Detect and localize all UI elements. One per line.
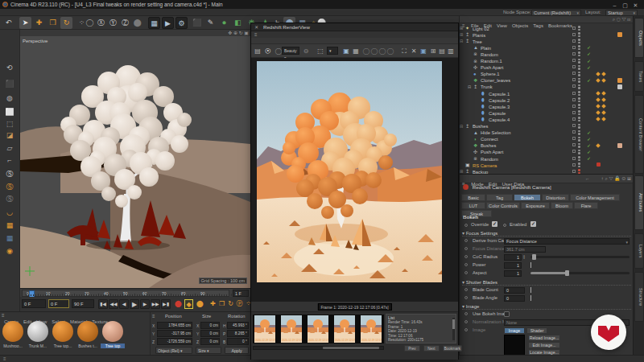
rv-expand-icon[interactable]: ⛶ — [399, 46, 409, 56]
magnet-snap-icon[interactable]: ◡ — [2, 207, 17, 219]
viewport-nav-icons[interactable]: ✥ ⊕ ↻ ▣ — [228, 30, 249, 36]
group-focus-settings[interactable]: ▾ Focus Settings — [462, 230, 631, 237]
points-mode-icon[interactable]: ⬚ — [2, 118, 17, 130]
group-image[interactable]: ▾ Image — [462, 303, 631, 310]
am-toolbar-icons[interactable]: ↑ ⌕ ▽ 🔒 ⊙ ⊞ — [601, 176, 631, 181]
keyframe-scale-icon[interactable]: ❒ — [217, 299, 226, 309]
z-axis-lock-icon[interactable]: Ⓩ — [119, 17, 131, 29]
enabled-checkbox[interactable]: ✓ — [530, 221, 536, 227]
undo-icon[interactable]: ↶ — [2, 17, 14, 29]
autokey-icon[interactable]: ◆ — [184, 299, 193, 309]
rv-burger-icon[interactable]: ≡ — [254, 32, 258, 37]
object-row-plants[interactable]: ⊞↥Plants — [460, 31, 634, 38]
renderview-titlebar[interactable]: ✕ Redshift RenderView — [251, 23, 458, 31]
workplane-mode-icon[interactable]: ⬜ — [2, 106, 17, 118]
status-menu-icon[interactable]: ≡ — [3, 356, 6, 361]
locate-image-button[interactable]: Locate Image... — [528, 349, 560, 355]
object-row-push-apart[interactable]: ✣Push Apart✓ — [460, 149, 634, 155]
rv-region-icon[interactable]: ▣ — [341, 46, 351, 56]
goto-start-button[interactable]: ▮◀ — [98, 299, 108, 309]
keyframe-position-icon[interactable]: ✚ — [208, 299, 217, 309]
prev-frame-button[interactable]: ◀ — [119, 299, 129, 309]
model-mode-icon[interactable]: ⬛ — [2, 78, 17, 90]
rv-grid-icon[interactable]: ▦ — [351, 46, 361, 56]
timeline[interactable]: 0102030405060708090 1 F — [20, 288, 250, 297]
object-row-rs-camera[interactable]: ▣RS Camera — [460, 162, 634, 168]
snapshot-bookmark-button[interactable]: Bookmark — [443, 345, 462, 352]
tab-color-management[interactable]: Color Management — [570, 194, 620, 201]
rv-snapshot-icon[interactable]: ▣ — [419, 46, 428, 56]
size-x-field[interactable]: 0 cm — [200, 322, 220, 329]
snap-s3-icon[interactable]: Ⓢ — [2, 193, 17, 205]
pen-spline-icon[interactable]: ✎ — [204, 17, 217, 29]
record-position-icon[interactable]: ⬤ — [174, 299, 183, 309]
object-row-cloner-leaves[interactable]: ❖Cloner_leaves✓ — [460, 77, 634, 84]
add-cube-primitive-icon[interactable]: ⬛ — [191, 17, 203, 29]
strip-scrollbar[interactable] — [253, 346, 384, 350]
snap-s2-icon[interactable]: Ⓢ — [2, 181, 17, 193]
keyframe-parameter-icon[interactable]: Ⓟ — [235, 299, 244, 309]
rv-start-render-icon[interactable]: ⦿ — [263, 46, 273, 56]
snap-s-icon[interactable]: Ⓢ — [2, 168, 17, 180]
expand-toggle[interactable]: ⊟ — [460, 38, 464, 44]
position-z-field[interactable]: -1726.559 cm — [157, 338, 192, 345]
axis-mode-icon[interactable]: ⌐ — [2, 154, 17, 167]
object-row-trunk[interactable]: ⊟↥Trunk — [460, 84, 634, 90]
tab-color-controls[interactable]: Color Controls — [486, 202, 520, 209]
group-shutter-blades[interactable]: ▾ Shutter Blades — [462, 279, 631, 286]
material-swatch-2[interactable] — [52, 321, 73, 342]
edit-image-button[interactable]: Edit Image... — [528, 342, 560, 348]
y-axis-lock-icon[interactable]: Ⓨ — [107, 17, 119, 29]
object-row-hide-selection[interactable]: ▲Hide Selection✓ — [460, 130, 634, 136]
coords-mode-dropdown[interactable]: Object (Rel) ▾ — [155, 347, 192, 354]
rotation-h-field[interactable]: 45.993 ° — [227, 322, 249, 329]
material-swatch-0[interactable] — [2, 321, 23, 342]
reload-image-button[interactable]: Reload Image... — [528, 335, 560, 341]
play-button[interactable]: ▶ — [130, 299, 139, 309]
node-space-dropdown[interactable]: Current (Redshift)▾ — [531, 10, 581, 16]
expand-toggle[interactable]: ⊟ — [460, 123, 464, 130]
object-row-random-1[interactable]: ※Random.1✓ — [460, 58, 634, 64]
x-axis-lock-icon[interactable]: Ⓧ — [95, 17, 107, 29]
object-row-push-apart[interactable]: ✣Push Apart✓ — [460, 64, 634, 71]
object-row-capsule-4[interactable]: ⬮Capsule.4 — [460, 116, 634, 122]
side-tab-objects[interactable]: Objects — [634, 18, 644, 58]
tab-basic[interactable]: Basic — [461, 194, 485, 201]
side-tab-attributes[interactable]: Attributes — [634, 175, 644, 230]
tab-tag[interactable]: Tag — [486, 194, 513, 201]
aspect-field[interactable]: 1 — [504, 270, 522, 277]
side-tab-structure[interactable]: Structure — [634, 272, 644, 322]
object-row-bushes[interactable]: ❖Bushes✓ — [460, 142, 634, 149]
position-y-field[interactable]: -317.95 cm — [157, 330, 192, 337]
layout-dropdown[interactable]: Startup▾ — [605, 10, 638, 16]
rv-c4-icon[interactable]: ◯ — [386, 46, 395, 56]
goto-end-button[interactable]: ▶▮ — [161, 299, 171, 309]
scale-icon[interactable]: ❒ — [47, 17, 59, 29]
move-icon[interactable]: ✚ — [33, 17, 45, 29]
timeline-frame-spinner[interactable]: 1 F — [233, 290, 249, 297]
tab-bloom[interactable]: Bloom — [551, 202, 573, 209]
rv-close-x-icon[interactable]: ✕ — [409, 46, 419, 56]
render-snapshot-thumb-4[interactable]: 2020-12-19 12:17 — [361, 315, 382, 343]
tab-flare[interactable]: Flare — [574, 202, 598, 209]
material-menu-icon[interactable]: ≡ — [2, 313, 5, 318]
bend-deformer-icon[interactable]: ◧ — [232, 17, 244, 29]
expand-toggle[interactable]: ⊞ — [460, 25, 464, 31]
tab-exposure[interactable]: Exposure — [521, 202, 550, 209]
rotate-icon[interactable]: ↻ — [60, 17, 72, 29]
image-mode-button[interactable]: Image — [504, 327, 525, 334]
derive-from-camera-dropdown[interactable]: Focus Distance — [504, 238, 630, 245]
next-frame-button[interactable]: ▶ — [140, 299, 150, 309]
object-row-bushes[interactable]: ⊟↥Bushes — [460, 123, 634, 130]
object-row-random[interactable]: ※Random✓ — [460, 51, 634, 57]
rv-zoom-dropdown[interactable]: ▾ — [327, 47, 338, 55]
object-row-capsule-3[interactable]: ⬮Capsule.3 — [460, 103, 634, 109]
om-toolbar-icons[interactable]: ⌕ ⬠ ▽ ⊡ — [613, 16, 630, 23]
object-row-capsule[interactable]: ⬮Capsule — [460, 109, 634, 116]
rv-crop-icon[interactable]: ⬚ — [316, 46, 325, 56]
make-editable-icon[interactable]: ⟲ — [2, 62, 17, 74]
rv-clipboard-icon[interactable]: ▥ — [446, 46, 456, 56]
expand-toggle[interactable]: ⊞ — [460, 31, 464, 38]
coc-radius-field[interactable]: 1 — [504, 254, 522, 261]
side-tab-takes[interactable]: Takes — [634, 61, 644, 92]
